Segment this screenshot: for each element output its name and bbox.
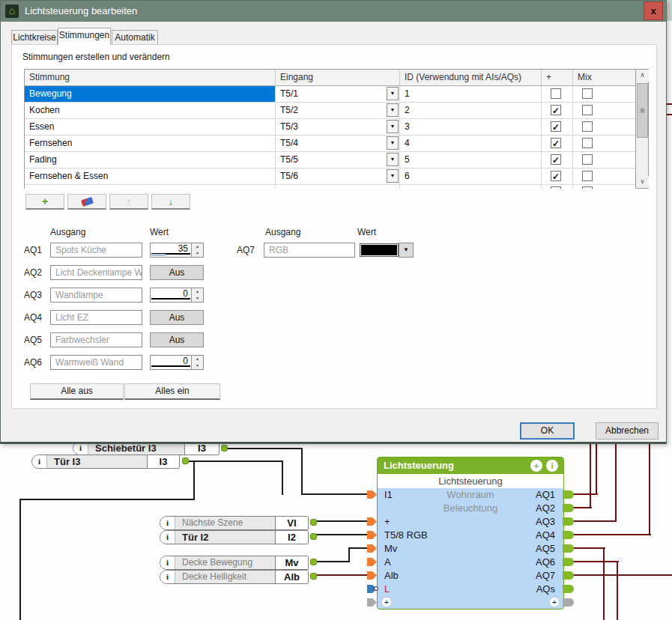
column-header-mix[interactable]: Mix: [573, 70, 636, 85]
add-input-button[interactable]: +: [381, 597, 392, 607]
cell-eingang[interactable]: T5/3 ▼: [276, 119, 400, 135]
output-name-field-aq2[interactable]: Licht Deckenlampe W: [50, 265, 142, 280]
output-connector-aq2[interactable]: [563, 504, 574, 512]
output-connector-aq7[interactable]: [563, 571, 574, 580]
output-connector-aq1[interactable]: [563, 490, 574, 499]
source-block-decke-bewegung[interactable]: i Decke Bewegung Mv: [160, 556, 309, 570]
eingang-dropdown-button[interactable]: ▼: [387, 169, 399, 183]
column-header-eingang[interactable]: Eingang: [276, 70, 400, 85]
spinner-down-button[interactable]: ▼: [192, 362, 203, 369]
connection-dot[interactable]: [182, 458, 189, 464]
table-row[interactable]: Fading T5/5 ▼ 5 ✓ ✓: [25, 152, 636, 168]
source-block-tuer-i3[interactable]: i Tür I3 I3: [31, 455, 180, 469]
block-info-icon[interactable]: i: [546, 460, 558, 472]
all-on-button[interactable]: Alles ein: [124, 383, 220, 400]
color-swatch[interactable]: [360, 243, 399, 257]
spinner-down-button[interactable]: ▼: [192, 250, 203, 257]
column-header-plus[interactable]: +: [542, 70, 573, 85]
ok-button[interactable]: OK: [520, 422, 575, 440]
eingang-dropdown-button[interactable]: ▼: [387, 103, 399, 117]
connection-dot[interactable]: [310, 573, 317, 580]
output-connector-aqs[interactable]: [563, 585, 574, 593]
input-connector-t58[interactable]: [367, 531, 377, 539]
aus-button-aq2[interactable]: Aus: [150, 265, 204, 280]
cell-stimmung[interactable]: Essen: [25, 119, 276, 135]
plus-checkbox[interactable]: ✓: [551, 154, 561, 165]
mix-checkbox[interactable]: ✓: [582, 105, 593, 115]
mix-checkbox[interactable]: ✓: [582, 171, 593, 181]
input-connector-a[interactable]: [367, 558, 377, 566]
eingang-dropdown-button[interactable]: ▼: [387, 136, 399, 150]
output-value-spinner-aq3[interactable]: 0 ▲▼: [150, 288, 204, 303]
cell-eingang[interactable]: T5/5 ▼: [276, 152, 400, 168]
input-connector-alb[interactable]: [367, 571, 377, 580]
connection-dot[interactable]: [310, 533, 317, 540]
plus-checkbox[interactable]: ✓: [551, 171, 561, 181]
spinner-down-button[interactable]: ▼: [192, 295, 203, 302]
plus-checkbox[interactable]: [551, 186, 561, 189]
table-row[interactable]: Essen T5/3 ▼ 3 ✓ ✓: [25, 119, 636, 136]
column-header-id[interactable]: ID (Verwendung mit AIs/AQs): [400, 70, 542, 85]
color-dropdown-arrow[interactable]: ▼: [399, 243, 414, 258]
source-block-naechste-szene[interactable]: i Nächste Szene VI: [160, 516, 309, 530]
tab-lichtkreise[interactable]: Lichtkreise: [11, 30, 58, 45]
cell-stimmung[interactable]: Kochen: [25, 103, 276, 118]
connection-dot[interactable]: [310, 519, 317, 526]
cell-stimmung[interactable]: Bewegung: [25, 86, 276, 102]
scroll-thumb[interactable]: ≡: [637, 83, 648, 138]
output-name-field-aq4[interactable]: Licht EZ: [50, 310, 142, 325]
output-value-spinner-aq6[interactable]: 0 ▲▼: [150, 355, 204, 370]
output-connector-add[interactable]: [563, 598, 574, 607]
input-connector-mv[interactable]: [367, 544, 377, 553]
mix-checkbox[interactable]: ✓: [582, 88, 593, 99]
plus-checkbox[interactable]: ✓: [551, 138, 561, 148]
scroll-down-button[interactable]: ∨: [636, 176, 649, 188]
all-off-button[interactable]: Alle aus: [30, 383, 124, 400]
aus-button-aq5[interactable]: Aus: [150, 332, 204, 347]
eingang-dropdown-button[interactable]: ▼: [387, 87, 399, 100]
source-block-tuer-i2[interactable]: i Tür I2 I2: [160, 530, 309, 544]
mix-checkbox[interactable]: ✓: [582, 138, 593, 148]
output-name-field-aq3[interactable]: Wandlampe: [50, 288, 142, 303]
plus-checkbox[interactable]: ✓: [551, 121, 561, 132]
spinner-up-button[interactable]: ▲: [192, 356, 203, 362]
cell-eingang[interactable]: T5/4 ▼: [276, 136, 400, 151]
function-block-lichtsteuerung[interactable]: Lichtsteuerung + i Lichtsteuerung I1 Woh…: [377, 457, 564, 610]
output-name-field-aq7[interactable]: RGB: [264, 243, 355, 258]
add-mood-button[interactable]: +: [25, 194, 64, 210]
plus-checkbox[interactable]: ✓: [551, 105, 561, 115]
cell-id[interactable]: 4: [400, 136, 542, 151]
close-button[interactable]: x: [644, 1, 663, 20]
cell-stimmung[interactable]: Fading: [25, 152, 276, 168]
cancel-button[interactable]: Abbrechen: [596, 422, 659, 440]
mix-checkbox[interactable]: [582, 186, 593, 189]
output-connector-aq6[interactable]: [563, 558, 574, 566]
cell-eingang[interactable]: T5/1 ▼: [276, 86, 400, 102]
eingang-dropdown-button[interactable]: ▼: [387, 153, 399, 166]
table-row[interactable]: [25, 185, 636, 189]
input-connector-i1[interactable]: [367, 490, 377, 499]
table-row[interactable]: Bewegung T5/1 ▼ 1 ✓ ✓: [25, 86, 636, 103]
input-connector-plus[interactable]: [367, 517, 377, 526]
output-connector-aq4[interactable]: [563, 531, 574, 539]
cell-id[interactable]: 3: [400, 119, 542, 135]
cell-id[interactable]: 5: [400, 152, 542, 168]
add-output-button[interactable]: +: [549, 597, 560, 607]
cell-id[interactable]: 1: [400, 86, 542, 102]
spinner-up-button[interactable]: ▲: [192, 243, 203, 250]
cell-eingang[interactable]: T5/2 ▼: [276, 103, 400, 118]
table-row[interactable]: Fernsehen T5/4 ▼ 4 ✓ ✓: [25, 136, 636, 152]
tab-stimmungen[interactable]: Stimmungen: [58, 28, 111, 45]
source-block-decke-helligkeit[interactable]: i Decke Helligkeit Alb: [160, 570, 309, 584]
cell-stimmung[interactable]: Fernsehen & Essen: [25, 168, 276, 184]
tab-automatik[interactable]: Automatik: [112, 30, 158, 45]
cell-eingang[interactable]: T5/6 ▼: [276, 168, 400, 184]
delete-mood-button[interactable]: [67, 194, 106, 210]
table-scrollbar[interactable]: ∧ ≡ ∨: [635, 70, 648, 188]
scroll-up-button[interactable]: ∧: [636, 70, 649, 82]
move-down-button[interactable]: ↓: [151, 194, 190, 210]
table-row[interactable]: Kochen T5/2 ▼ 2 ✓ ✓: [25, 103, 636, 119]
column-header-stimmung[interactable]: Stimmung: [25, 70, 276, 85]
output-connector-aq3[interactable]: [563, 517, 574, 526]
connection-dot[interactable]: [310, 559, 317, 565]
